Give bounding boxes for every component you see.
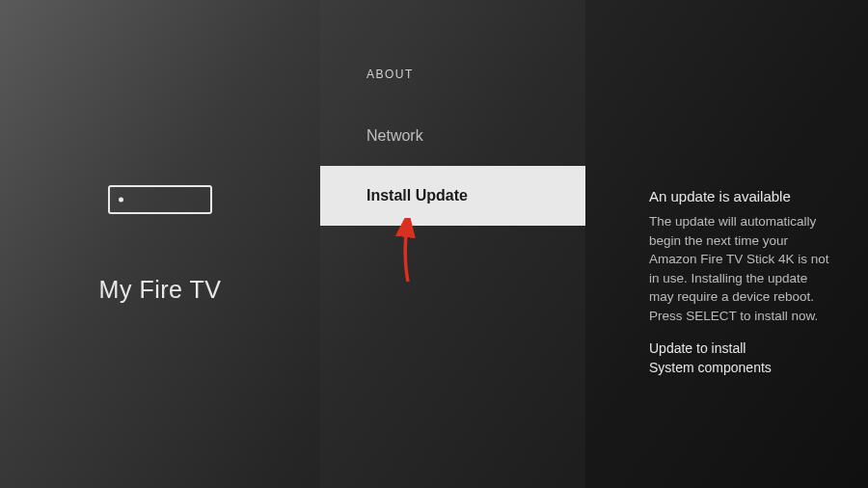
detail-sub-heading: Update to install: [649, 340, 829, 356]
detail-sub-value: System components: [649, 360, 829, 375]
menu-item-label: Install Update: [366, 187, 468, 203]
menu-item-install-update[interactable]: Install Update: [320, 166, 585, 226]
page-title: My Fire TV: [99, 276, 222, 304]
left-panel: My Fire TV: [0, 0, 320, 488]
menu-panel: ABOUT Network Install Update: [320, 0, 585, 488]
menu-item-label: Network: [366, 127, 423, 144]
detail-body: The update will automatically begin the …: [649, 212, 829, 325]
fire-tv-stick-icon: [108, 185, 212, 214]
section-header: ABOUT: [320, 0, 585, 81]
detail-panel: An update is available The update will a…: [585, 0, 868, 488]
fire-tv-stick-led-icon: [119, 197, 123, 202]
detail-title: An update is available: [649, 188, 829, 204]
menu-item-network[interactable]: Network: [320, 110, 585, 162]
